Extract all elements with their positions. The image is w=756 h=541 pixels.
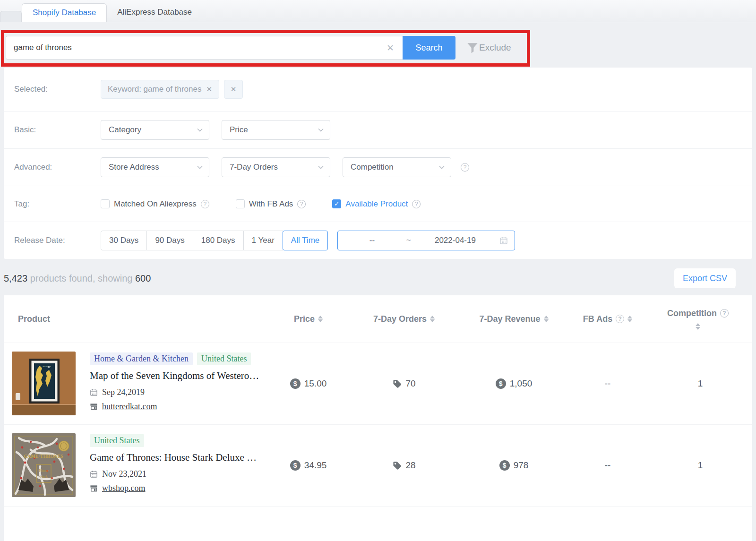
tab-aliexpress-database[interactable]: AliExpress Database xyxy=(107,3,202,22)
advanced-row: Advanced: Store Address 7-Day Orders Com… xyxy=(4,148,752,186)
orders-dropdown[interactable]: 7-Day Orders xyxy=(222,157,330,177)
dollar-icon: $ xyxy=(290,460,301,471)
svg-text:Westeros: Westeros xyxy=(43,365,51,368)
help-icon[interactable]: ? xyxy=(412,200,421,208)
tag-label: Tag: xyxy=(14,199,101,209)
release-all-time[interactable]: All Time xyxy=(283,231,328,250)
dropdown-value: Category xyxy=(109,125,141,135)
checkbox-unchecked[interactable] xyxy=(101,199,110,208)
release-date-value: Sep 24,2019 xyxy=(102,387,145,397)
filter-panel: Selected: Keyword: game of thrones ✕ ✕ B… xyxy=(4,68,752,259)
tag-matched-on-aliexpress[interactable]: Matched On Aliexpress ? xyxy=(101,199,209,209)
category-badge: Home & Garden & Kitchen xyxy=(90,352,193,365)
calendar-icon xyxy=(90,470,98,478)
store-domain-link[interactable]: wbshop.com xyxy=(102,483,146,493)
sort-icon[interactable] xyxy=(627,316,632,322)
sort-icon[interactable] xyxy=(318,316,323,322)
chevron-down-icon xyxy=(438,164,445,171)
tag-text: Matched On Aliexpress xyxy=(114,199,197,209)
store-address-dropdown[interactable]: Store Address xyxy=(101,157,209,177)
checkbox-checked[interactable] xyxy=(332,199,341,208)
fb-ads-cell: -- xyxy=(567,343,648,424)
help-icon[interactable]: ? xyxy=(201,200,209,208)
sort-icon[interactable] xyxy=(430,316,435,322)
store-icon xyxy=(90,403,98,411)
basic-row: Basic: Category Price xyxy=(4,111,752,148)
results-count: 5,423 xyxy=(4,273,27,283)
search-button[interactable]: Search xyxy=(403,36,455,60)
release-date-label: Release Date: xyxy=(14,236,101,245)
svg-text:House: House xyxy=(39,469,49,473)
col-7day-revenue[interactable]: 7-Day Revenue xyxy=(461,302,567,336)
clear-search-icon[interactable]: ✕ xyxy=(386,43,395,53)
tag-text: Available Product xyxy=(345,199,408,209)
search-input[interactable] xyxy=(14,43,386,52)
product-title[interactable]: Map of the Seven Kingdoms of Westero… xyxy=(90,370,259,382)
price-dropdown[interactable]: Price xyxy=(222,120,330,140)
database-tab-bar: Shopify Database AliExpress Database xyxy=(0,0,756,22)
date-to[interactable]: 2022-04-19 xyxy=(411,236,500,245)
advanced-label: Advanced: xyxy=(14,163,101,172)
dollar-icon: $ xyxy=(496,378,506,389)
competition-dropdown[interactable]: Competition xyxy=(343,157,451,177)
release-180-days[interactable]: 180 Days xyxy=(193,231,244,250)
svg-text:GAME·THRONES: GAME·THRONES xyxy=(24,454,63,459)
date-from[interactable]: -- xyxy=(338,236,406,245)
revenue-cell: $ 1,050 xyxy=(461,343,567,424)
selected-keyword-text: Keyword: game of thrones xyxy=(108,85,201,94)
sort-icon[interactable] xyxy=(544,316,549,322)
release-1-year[interactable]: 1 Year xyxy=(243,231,283,250)
chevron-down-icon xyxy=(318,164,324,171)
chevron-down-icon xyxy=(197,127,203,133)
chevron-down-icon xyxy=(197,164,203,171)
search-region: ✕ Search Exclude xyxy=(0,22,756,68)
selected-row: Selected: Keyword: game of thrones ✕ ✕ xyxy=(4,68,752,111)
product-image-map[interactable]: Westeros xyxy=(12,352,76,415)
competition-cell: 1 xyxy=(648,425,752,506)
product-info: Home & Garden & Kitchen United States Ma… xyxy=(90,352,259,416)
category-dropdown[interactable]: Category xyxy=(101,120,209,140)
table-header: Product Price 7-Day Orders 7-Day Revenue… xyxy=(4,295,752,343)
calendar-icon xyxy=(499,236,508,245)
exclude-filter[interactable]: Exclude xyxy=(466,41,511,54)
col-competition[interactable]: Competition ? xyxy=(648,302,752,336)
date-range-picker[interactable]: -- ~ 2022-04-19 xyxy=(337,231,515,250)
help-icon[interactable]: ? xyxy=(616,315,624,323)
fb-ads-cell: -- xyxy=(567,425,648,506)
calendar-icon xyxy=(90,388,98,396)
tag-row: Tag: Matched On Aliexpress ? With FB Ads… xyxy=(4,186,752,222)
col-fb-ads[interactable]: FB Ads ? xyxy=(567,302,648,336)
price-cell: $ 34.95 xyxy=(269,425,347,506)
checkbox-unchecked[interactable] xyxy=(236,199,245,208)
tag-available-product[interactable]: Available Product ? xyxy=(332,199,421,209)
help-icon[interactable]: ? xyxy=(461,163,469,172)
release-30-days[interactable]: 30 Days xyxy=(101,231,147,250)
svg-text:Stark: Stark xyxy=(40,474,48,479)
selected-label: Selected: xyxy=(14,85,101,94)
remove-keyword-icon[interactable]: ✕ xyxy=(206,85,212,94)
tab-label: AliExpress Database xyxy=(117,8,192,17)
store-icon xyxy=(90,484,98,492)
clear-all-chip[interactable]: ✕ xyxy=(224,80,243,99)
col-7day-orders[interactable]: 7-Day Orders xyxy=(347,302,461,336)
col-product: Product xyxy=(4,302,269,336)
store-domain-link[interactable]: butteredkat.com xyxy=(102,402,157,412)
tag-icon xyxy=(392,461,402,470)
exclude-label: Exclude xyxy=(479,43,511,53)
help-icon[interactable]: ? xyxy=(720,309,729,318)
col-price[interactable]: Price xyxy=(269,302,347,336)
release-90-days[interactable]: 90 Days xyxy=(146,231,193,250)
country-badge: United States xyxy=(197,352,251,365)
clear-all-icon: ✕ xyxy=(231,85,237,94)
orders-cell: 28 xyxy=(347,425,461,506)
product-title[interactable]: Game of Thrones: House Stark Deluxe … xyxy=(90,452,257,464)
revenue-cell: $ 978 xyxy=(461,425,567,506)
dropdown-value: 7-Day Orders xyxy=(230,163,278,172)
selected-keyword-chip[interactable]: Keyword: game of thrones ✕ xyxy=(101,80,219,99)
export-csv-button[interactable]: Export CSV xyxy=(674,268,736,288)
help-icon[interactable]: ? xyxy=(297,200,306,208)
product-image-book[interactable]: GAME·THRONES House Stark xyxy=(12,433,76,497)
tab-shopify-database[interactable]: Shopify Database xyxy=(22,3,107,22)
tag-with-fb-ads[interactable]: With FB Ads ? xyxy=(236,199,306,209)
sort-icon[interactable] xyxy=(696,323,700,330)
